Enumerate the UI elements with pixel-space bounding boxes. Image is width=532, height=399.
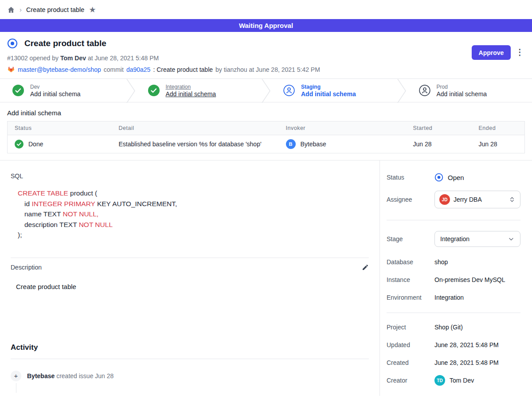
selector-icon xyxy=(509,196,516,203)
stage-separator xyxy=(126,79,136,103)
col-status: Status xyxy=(8,121,112,135)
task-section: Add initial schema Status Detail Invoker… xyxy=(0,109,532,153)
ended-date: Jun 28 xyxy=(472,135,525,153)
activity-actor: Bytebase xyxy=(27,372,55,379)
stage-env-label: Prod xyxy=(437,84,487,90)
commit-message: : Create product table xyxy=(153,66,213,73)
issue-author: Tom Dev xyxy=(60,55,86,62)
table-row: Done Established baseline version %s for… xyxy=(8,135,525,153)
stage-prod[interactable]: Prod Add initial schema xyxy=(407,79,532,102)
updated-label: Updated xyxy=(387,341,434,348)
assignee-pending-icon xyxy=(419,85,430,96)
created-label: Created xyxy=(387,359,434,366)
instance-value: On-premises Dev MySQL xyxy=(434,276,520,283)
commit-author-time: by tianzhou at June 28, 2021 5:42 PM xyxy=(215,66,320,73)
updated-value: June 28, 2021 5:48 PM xyxy=(434,341,520,348)
stage-env-label: Dev xyxy=(30,84,81,90)
stage-integration[interactable]: Integration Add initial schema xyxy=(136,79,262,102)
stage-separator xyxy=(261,79,271,103)
project-label: Project xyxy=(387,324,434,331)
description-label: Description xyxy=(11,264,42,271)
status-value: Open xyxy=(448,174,464,181)
stage-task-label: Add initial schema xyxy=(30,90,81,98)
breadcrumb: › Create product table ★ xyxy=(0,0,532,19)
edit-pencil-icon[interactable] xyxy=(362,264,369,271)
add-comment-icon[interactable]: + xyxy=(11,371,21,381)
project-value: Shop (Git) xyxy=(434,324,520,331)
main-column: SQL CREATE TABLE product ( id INTEGER PR… xyxy=(0,160,380,396)
stage-label: Stage xyxy=(387,235,434,243)
stage-value: Integration xyxy=(440,235,504,243)
assignee-pending-icon xyxy=(283,85,295,96)
timeline-line xyxy=(16,383,16,393)
task-table: Status Detail Invoker Started Ended Done… xyxy=(7,121,525,153)
branch-repo-link[interactable]: master@bytebase-demo/shop xyxy=(18,66,101,73)
vcs-commit-line: master@bytebase-demo/shop commit da90a25… xyxy=(7,66,525,73)
col-started: Started xyxy=(406,121,472,135)
home-icon[interactable] xyxy=(7,6,15,14)
chevron-down-icon xyxy=(508,235,515,243)
commit-hash-link[interactable]: da90a25 xyxy=(126,66,151,73)
chevron-right-icon: › xyxy=(20,6,22,13)
lower-panel: SQL CREATE TABLE product ( id INTEGER PR… xyxy=(0,160,532,396)
status-label: Status xyxy=(387,174,434,181)
stage-task-label: Add initial schema xyxy=(437,90,487,98)
task-heading: Add initial schema xyxy=(7,109,525,117)
task-status: Done xyxy=(28,141,43,148)
started-date: Jun 28 xyxy=(406,135,472,153)
environment-label: Environment xyxy=(387,294,434,301)
instance-label: Instance xyxy=(387,276,434,283)
bytebase-avatar: B xyxy=(286,139,296,149)
assignee-dropdown[interactable]: JD Jerry DBA xyxy=(434,191,520,208)
issue-meta: #13002 opened by Tom Dev at June 28, 202… xyxy=(7,55,525,62)
stage-dev[interactable]: Dev Add initial schema xyxy=(0,79,126,102)
pipeline: Dev Add initial schema Integration Add i… xyxy=(0,78,532,102)
col-invoker: Invoker xyxy=(279,121,406,135)
divider xyxy=(11,359,369,359)
task-detail: Established baseline version %s for data… xyxy=(112,135,279,153)
assignee-value: Jerry DBA xyxy=(454,196,505,203)
assignee-avatar: JD xyxy=(439,194,450,205)
activity-action: created issue Jun 28 xyxy=(56,372,113,379)
col-detail: Detail xyxy=(112,121,279,135)
stage-env-label: Staging xyxy=(301,84,356,90)
task-done-icon xyxy=(148,85,160,96)
created-value: June 28, 2021 5:48 PM xyxy=(434,359,520,366)
creator-avatar: TD xyxy=(434,375,445,386)
status-banner: Waiting Approval xyxy=(0,19,532,32)
activity-heading: Activity xyxy=(11,343,369,352)
stage-env-link[interactable]: Integration xyxy=(166,84,216,90)
gitlab-icon xyxy=(7,66,15,73)
divider xyxy=(11,258,369,258)
creator-label: Creator xyxy=(387,377,434,384)
assignee-label: Assignee xyxy=(387,196,434,203)
database-label: Database xyxy=(387,258,434,266)
sql-label: SQL xyxy=(11,172,369,180)
done-check-icon xyxy=(15,140,23,149)
sql-code-block: CREATE TABLE product ( id INTEGER PRIMAR… xyxy=(18,188,369,240)
issue-open-icon xyxy=(7,38,18,49)
stage-dropdown[interactable]: Integration xyxy=(434,231,520,247)
issue-open-icon xyxy=(434,173,443,182)
more-options-icon[interactable]: ⋮ xyxy=(516,47,524,59)
issue-header: Create product table #13002 opened by To… xyxy=(0,32,532,78)
task-done-icon xyxy=(12,85,24,96)
activity-item: + Bytebase created issue Jun 28 xyxy=(11,371,369,381)
sidebar: Status Open Assignee JD Jerry DBA Stage … xyxy=(380,160,532,396)
page-title: Create product table xyxy=(24,39,106,48)
breadcrumb-page-title: Create product table xyxy=(26,6,84,13)
stage-task-label: Add initial schema xyxy=(301,90,356,98)
col-ended: Ended xyxy=(472,121,525,135)
environment-value: Integration xyxy=(434,294,520,301)
creator-value: Tom Dev xyxy=(450,377,474,384)
description-text: Create product table xyxy=(16,283,369,290)
approve-button[interactable]: Approve xyxy=(472,45,511,60)
stage-staging[interactable]: Staging Add initial schema xyxy=(271,79,397,102)
database-value: shop xyxy=(434,258,520,266)
divider xyxy=(387,220,520,220)
stage-task-link[interactable]: Add initial schema xyxy=(166,90,216,98)
invoker-name: Bytebase xyxy=(301,141,326,148)
stage-separator xyxy=(397,79,407,103)
bookmark-star-icon[interactable]: ★ xyxy=(89,6,96,14)
divider xyxy=(387,313,520,313)
